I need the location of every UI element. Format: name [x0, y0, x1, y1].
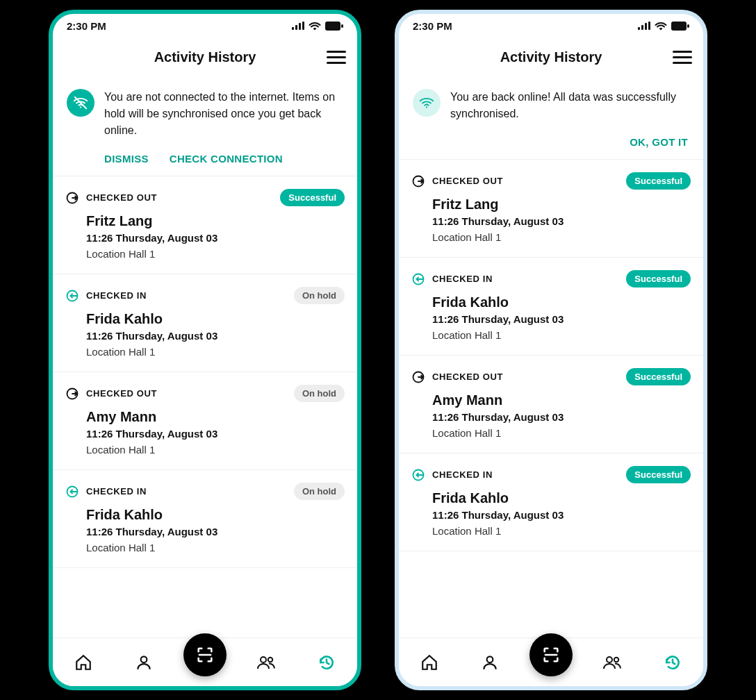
activity-location: Location Hall 1 [432, 329, 691, 341]
activity-list-offline[interactable]: CHECKED OUTSuccessfulFritz Lang11:26 Thu… [53, 176, 357, 638]
online-banner-text: You are back online! All data was succes… [450, 89, 689, 122]
checked-out-icon [411, 174, 425, 188]
activity-location: Location Hall 1 [432, 427, 691, 439]
status-bar: 2:30 PM [53, 14, 357, 38]
wifi-on-icon [413, 89, 441, 117]
page-title: Activity History [154, 49, 256, 65]
activity-direction-label: CHECKED IN [432, 274, 493, 284]
status-time: 2:30 PM [413, 20, 452, 32]
page-title: Activity History [500, 49, 602, 65]
activity-person-name: Frida Kahlo [432, 490, 691, 506]
activity-timestamp: 11:26 Thursday, August 03 [86, 330, 345, 342]
checked-out-icon [65, 191, 79, 205]
status-badge: On hold [294, 385, 345, 402]
menu-button[interactable] [673, 47, 692, 67]
scan-fab[interactable] [529, 633, 573, 676]
svg-rect-5 [341, 24, 343, 28]
checked-in-icon [411, 468, 425, 482]
status-bar: 2:30 PM [399, 14, 703, 38]
activity-item[interactable]: CHECKED OUTOn holdAmy Mann11:26 Thursday… [53, 372, 357, 470]
bottom-nav [399, 638, 703, 686]
svg-point-36 [607, 657, 612, 662]
checked-in-icon [411, 272, 425, 286]
checked-in-icon [65, 485, 79, 499]
wifi-off-icon [67, 89, 94, 117]
status-badge: Successful [626, 270, 691, 288]
status-badge: On hold [294, 483, 345, 500]
scan-fab[interactable] [183, 633, 227, 676]
svg-point-16 [141, 656, 147, 662]
nav-people[interactable] [602, 652, 623, 673]
activity-person-name: Amy Mann [432, 392, 691, 408]
activity-item[interactable]: CHECKED OUTSuccessfulAmy Mann11:26 Thurs… [399, 356, 703, 453]
activity-timestamp: 11:26 Thursday, August 03 [86, 428, 345, 440]
check-connection-button[interactable]: CHECK CONNECTION [170, 153, 283, 165]
checked-out-icon [411, 370, 425, 384]
activity-direction-label: CHECKED OUT [432, 372, 503, 382]
activity-location: Location Hall 1 [86, 542, 345, 553]
wifi-icon [655, 22, 667, 31]
nav-history[interactable] [316, 652, 337, 673]
svg-rect-3 [302, 22, 304, 30]
online-banner: You are back online! All data was succes… [399, 76, 703, 160]
nav-profile[interactable] [133, 652, 154, 673]
svg-rect-4 [325, 22, 340, 31]
activity-item[interactable]: CHECKED OUTSuccessfulFritz Lang11:26 Thu… [399, 160, 703, 258]
status-indicators [638, 22, 689, 31]
activity-person-name: Frida Kahlo [432, 294, 691, 310]
nav-profile[interactable] [479, 652, 500, 673]
svg-rect-24 [671, 22, 687, 31]
status-indicators [292, 22, 343, 31]
activity-item[interactable]: CHECKED OUTSuccessfulFritz Lang11:26 Thu… [53, 176, 357, 274]
offline-banner-actions: DISMISS CHECK CONNECTION [67, 149, 343, 166]
activity-direction-label: CHECKED OUT [86, 192, 157, 203]
wifi-icon [309, 22, 321, 31]
activity-list-online[interactable]: CHECKED OUTSuccessfulFritz Lang11:26 Thu… [399, 160, 703, 638]
activity-timestamp: 11:26 Thursday, August 03 [86, 232, 345, 244]
activity-direction-label: CHECKED IN [432, 469, 493, 480]
app-header: Activity History [399, 38, 703, 76]
activity-person-name: Fritz Lang [86, 213, 345, 229]
svg-point-18 [268, 657, 272, 661]
activity-location: Location Hall 1 [432, 231, 691, 243]
status-badge: On hold [294, 287, 345, 304]
offline-banner-text: You are not connected to the internet. I… [104, 89, 343, 139]
activity-timestamp: 11:26 Thursday, August 03 [86, 526, 345, 538]
nav-home[interactable] [73, 652, 94, 673]
svg-point-17 [261, 657, 266, 662]
activity-item[interactable]: CHECKED INSuccessfulFrida Kahlo11:26 Thu… [399, 453, 703, 551]
status-badge: Successful [626, 172, 691, 190]
activity-direction-label: CHECKED IN [86, 486, 147, 497]
svg-rect-23 [648, 22, 650, 30]
ok-got-it-button[interactable]: OK, GOT IT [630, 136, 688, 148]
battery-icon [671, 22, 689, 31]
dismiss-button[interactable]: DISMISS [104, 153, 149, 165]
activity-item[interactable]: CHECKED INSuccessfulFrida Kahlo11:26 Thu… [399, 258, 703, 356]
svg-point-6 [80, 106, 81, 108]
svg-rect-0 [292, 27, 294, 30]
activity-item[interactable]: CHECKED INOn holdFrida Kahlo11:26 Thursd… [53, 274, 357, 372]
activity-direction-label: CHECKED OUT [86, 388, 157, 399]
online-banner-actions: OK, GOT IT [413, 132, 689, 149]
menu-button[interactable] [327, 47, 346, 67]
activity-timestamp: 11:26 Thursday, August 03 [432, 313, 691, 325]
nav-home[interactable] [419, 652, 440, 673]
activity-item[interactable]: CHECKED INOn holdFrida Kahlo11:26 Thursd… [53, 470, 357, 568]
svg-rect-21 [641, 25, 643, 30]
activity-direction-label: CHECKED OUT [432, 176, 503, 186]
activity-timestamp: 11:26 Thursday, August 03 [432, 215, 691, 227]
status-badge: Successful [280, 189, 345, 206]
activity-timestamp: 11:26 Thursday, August 03 [432, 411, 691, 423]
svg-rect-2 [299, 23, 301, 30]
battery-icon [325, 22, 343, 31]
status-time: 2:30 PM [67, 20, 106, 32]
activity-person-name: Fritz Lang [432, 197, 691, 212]
phone-offline: 2:30 PM Activity History You are not con… [49, 10, 361, 690]
svg-point-37 [614, 657, 618, 661]
nav-people[interactable] [256, 652, 277, 673]
nav-history[interactable] [662, 652, 683, 673]
cellular-icon [638, 22, 650, 30]
activity-timestamp: 11:26 Thursday, August 03 [432, 509, 691, 521]
checked-out-icon [65, 387, 79, 401]
svg-point-35 [487, 656, 493, 662]
